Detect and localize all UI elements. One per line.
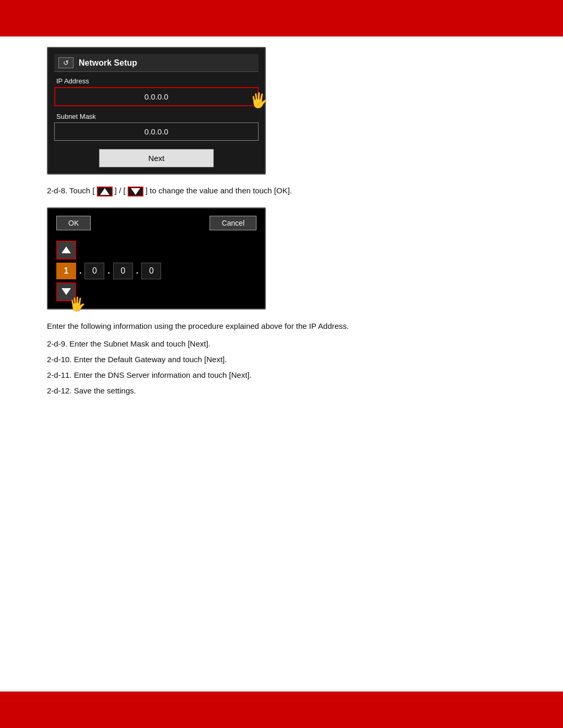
ip-segment-4[interactable]: 0 — [141, 263, 161, 279]
main-content: ↺ Network Setup IP Address 0.0.0.0 🖐 Sub… — [47, 47, 516, 681]
ip-segment-2[interactable]: 0 — [84, 263, 104, 279]
instruction-text-mid: ] / [ — [115, 186, 126, 195]
instruction-text-prefix: 2-d-8. Touch [ — [47, 186, 94, 195]
ip-input-wrapper: 0.0.0.0 🖐 — [54, 87, 259, 106]
up-arrow-button[interactable] — [56, 241, 76, 260]
down-arrow-icon — [62, 288, 71, 295]
subnet-mask-field[interactable]: 0.0.0.0 — [54, 122, 259, 141]
ip-segment-3[interactable]: 0 — [113, 263, 133, 279]
ip-label: IP Address — [56, 77, 259, 85]
ip-segments-row: 1 . 0 . 0 . 0 — [56, 263, 161, 279]
instruction-2d8: 2-d-8. Touch [ ] / [ ] to change the val… — [47, 185, 516, 197]
screen-title-bar: ↺ Network Setup — [54, 54, 259, 72]
header-bar — [0, 0, 563, 36]
ip-dot-3: . — [135, 266, 139, 276]
ip-entry-area: 1 . 0 . 0 . 0 🖐 — [56, 241, 256, 301]
subnet-label: Subnet Mask — [56, 113, 259, 120]
back-icon: ↺ — [63, 59, 69, 67]
down-button-wrapper: 🖐 — [56, 282, 76, 301]
down-arrow-button-inline — [128, 187, 143, 196]
ip-entry-screen: OK Cancel 1 . 0 . 0 . 0 — [47, 207, 266, 310]
ip-segment-1[interactable]: 1 — [56, 263, 76, 279]
ip-dot-2: . — [106, 266, 111, 276]
next-button[interactable]: Next — [99, 149, 214, 167]
up-arrow-button-inline — [97, 187, 113, 196]
network-setup-screen: ↺ Network Setup IP Address 0.0.0.0 🖐 Sub… — [47, 47, 266, 175]
step-12-text: 2-d-12. Save the settings. — [47, 385, 516, 397]
down-arrow-button[interactable] — [56, 282, 76, 301]
down-arrow-icon-inline — [131, 188, 140, 195]
up-arrow-icon-inline — [100, 188, 109, 195]
ip-dot-1: . — [78, 266, 82, 276]
step-9-text: 2-d-9. Enter the Subnet Mask and touch [… — [47, 338, 516, 350]
ok-button[interactable]: OK — [56, 216, 91, 230]
back-button[interactable]: ↺ — [58, 57, 74, 68]
instruction-text-end: ] to change the value and then touch [OK… — [145, 186, 292, 195]
step-11-text: 2-d-11. Enter the DNS Server information… — [47, 369, 516, 381]
enter-info-paragraph: Enter the following information using th… — [47, 320, 516, 332]
cancel-button[interactable]: Cancel — [210, 216, 256, 230]
step-10-text: 2-d-10. Enter the Default Gateway and to… — [47, 353, 516, 366]
ip-address-field[interactable]: 0.0.0.0 — [54, 87, 259, 106]
ok-cancel-row: OK Cancel — [56, 216, 256, 230]
screen-title: Network Setup — [79, 58, 137, 68]
up-arrow-icon — [62, 246, 71, 253]
footer-bar — [0, 692, 563, 728]
